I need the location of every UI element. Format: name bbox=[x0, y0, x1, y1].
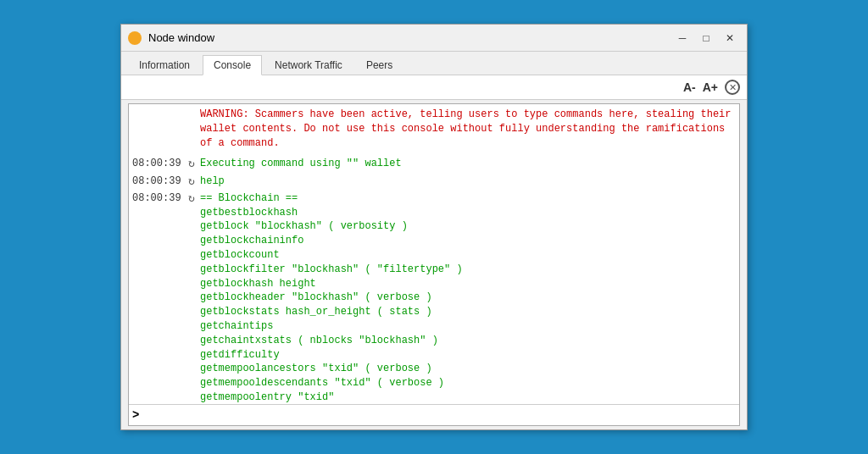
font-increase-button[interactable]: A+ bbox=[699, 79, 721, 96]
line-icon-2: ↻ bbox=[183, 174, 200, 190]
window-controls: ─ □ ✕ bbox=[672, 30, 740, 47]
minimize-button[interactable]: ─ bbox=[672, 30, 693, 47]
prompt-symbol: > bbox=[132, 408, 139, 422]
maximize-button[interactable]: □ bbox=[696, 30, 716, 47]
window-icon bbox=[128, 31, 142, 45]
console-input-row: > bbox=[129, 404, 739, 425]
console-line-3: 08:00:39 ↻ == Blockchain == getbestblock… bbox=[132, 191, 736, 404]
console-area: WARNING: Scammers have been active, tell… bbox=[128, 103, 740, 426]
warning-message: WARNING: Scammers have been active, tell… bbox=[132, 108, 736, 150]
title-bar: Node window ─ □ ✕ bbox=[121, 25, 747, 52]
line-content-2: help bbox=[200, 174, 736, 189]
tab-bar: Information Console Network Traffic Peer… bbox=[121, 52, 747, 75]
node-window: Node window ─ □ ✕ Information Console Ne… bbox=[120, 24, 748, 430]
console-clear-button[interactable]: ✕ bbox=[725, 80, 740, 95]
console-input[interactable] bbox=[142, 409, 736, 421]
line-content-1: Executing command using "" wallet bbox=[200, 157, 736, 171]
line-time-2: 08:00:39 bbox=[132, 174, 183, 189]
console-output[interactable]: WARNING: Scammers have been active, tell… bbox=[129, 104, 739, 404]
line-icon-1: ↻ bbox=[183, 157, 200, 172]
tab-peers[interactable]: Peers bbox=[355, 55, 403, 75]
tab-network-traffic[interactable]: Network Traffic bbox=[264, 55, 353, 75]
console-line-1: 08:00:39 ↻ Executing command using "" wa… bbox=[132, 157, 736, 172]
tab-console[interactable]: Console bbox=[203, 55, 262, 75]
console-line-2: 08:00:39 ↻ help bbox=[132, 174, 736, 190]
line-content-3: == Blockchain == getbestblockhash getblo… bbox=[200, 191, 736, 404]
line-icon-3: ↻ bbox=[183, 191, 200, 207]
line-time-1: 08:00:39 bbox=[132, 157, 183, 171]
tab-information[interactable]: Information bbox=[128, 55, 201, 75]
window-title: Node window bbox=[148, 31, 672, 44]
console-toolbar: A- A+ ✕ bbox=[121, 75, 747, 100]
close-button[interactable]: ✕ bbox=[720, 30, 740, 47]
line-time-3: 08:00:39 bbox=[132, 191, 183, 206]
font-decrease-button[interactable]: A- bbox=[680, 79, 699, 96]
